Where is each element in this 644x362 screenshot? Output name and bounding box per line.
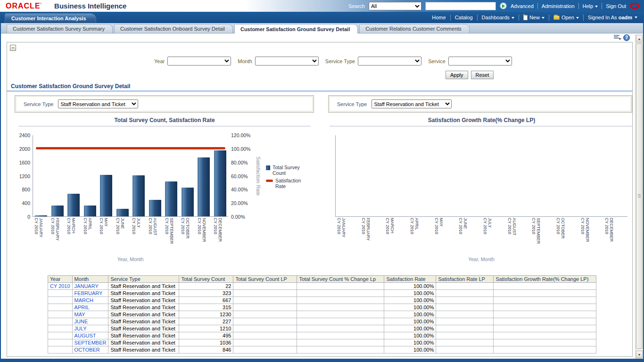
search-go-button[interactable] <box>500 2 507 9</box>
month-link[interactable]: MARCH <box>72 297 108 304</box>
service-type-filter-select[interactable] <box>358 57 421 66</box>
month-link[interactable]: SEPTEMBER <box>72 339 108 346</box>
dashboards-menu[interactable]: Dashboards <box>482 15 514 20</box>
year-link <box>48 346 73 354</box>
chevron-down-icon[interactable] <box>635 16 637 18</box>
page-options-icon[interactable] <box>614 35 620 40</box>
survey-count-bar[interactable] <box>51 206 64 216</box>
tab-customer-satisfaction-onboard-survey-detail[interactable]: Customer Satisfaction Onboard Survey Det… <box>114 24 233 33</box>
product-title: Business Intelligence <box>54 2 126 10</box>
scroll-down-arrow[interactable]: ▼ <box>636 351 643 358</box>
service-filter-select[interactable] <box>448 57 512 66</box>
tab-customer-satisfaction-survey-summary[interactable]: Customer Satisfaction Survey Summary <box>7 24 113 33</box>
survey-count-bar[interactable] <box>149 200 161 216</box>
go-arrow-icon <box>502 4 505 8</box>
column-header: Year <box>48 276 73 283</box>
survey-count-bar[interactable] <box>100 175 112 216</box>
vertical-scrollbar[interactable]: ▲ ▼ <box>635 34 643 359</box>
right-axis-title: Satisfaction Rate <box>255 135 262 217</box>
value-cell <box>494 297 596 304</box>
month-link[interactable]: JUNE <box>72 318 108 325</box>
administration-link[interactable]: Administration <box>542 3 575 9</box>
signout-link[interactable]: Sign Out <box>606 3 626 9</box>
service-type-select-left[interactable]: Staff Reservation and Ticket <box>58 99 138 108</box>
help-icon[interactable]: ? <box>623 34 630 41</box>
new-menu[interactable]: New <box>523 15 545 20</box>
help-menu[interactable]: Help <box>583 3 598 9</box>
chevron-down-icon <box>576 17 579 19</box>
month-link[interactable]: OCTOBER <box>72 346 108 354</box>
value-cell: 667 <box>179 297 233 304</box>
year-link[interactable]: CY 2010 <box>48 283 73 290</box>
survey-count-bar[interactable] <box>67 194 80 216</box>
value-cell <box>297 304 384 311</box>
separator <box>549 15 549 21</box>
column-header: Service Type <box>108 276 179 283</box>
month-link[interactable]: JULY <box>72 325 108 332</box>
advanced-link[interactable]: Advanced <box>511 3 534 9</box>
month-link[interactable]: MAY <box>72 311 108 318</box>
year-link <box>48 332 73 339</box>
x-axis-label: CY 2010AUGUST <box>147 218 163 255</box>
axis-tick: 800 <box>22 187 30 192</box>
month-link[interactable]: APRIL <box>72 304 108 311</box>
collapse-section-button[interactable]: − <box>10 45 16 51</box>
value-cell <box>494 283 596 290</box>
survey-count-bar[interactable] <box>198 157 210 216</box>
scroll-thumb[interactable] <box>636 43 643 349</box>
value-cell <box>436 325 494 332</box>
home-link[interactable]: Home <box>432 15 446 20</box>
year-link <box>48 304 73 311</box>
reset-button[interactable]: Reset <box>471 71 494 79</box>
value-cell <box>297 339 384 346</box>
survey-count-chart: Total Survey Count, Satisfaction Rate 04… <box>18 117 311 262</box>
value-cell <box>436 304 494 311</box>
prompt-actions: Apply Reset <box>446 71 494 79</box>
year-filter-select[interactable] <box>167 57 231 66</box>
separator <box>477 15 478 21</box>
table-row: OCTOBERStaff Reservation and Ticket84610… <box>48 346 596 354</box>
axis-tick: 1200 <box>19 173 30 179</box>
survey-count-bar[interactable] <box>165 181 177 216</box>
value-cell: 22 <box>179 283 233 290</box>
scroll-up-arrow[interactable]: ▲ <box>636 35 643 42</box>
month-link[interactable]: JANUARY <box>72 283 108 290</box>
chart-title-rule <box>330 126 633 127</box>
dashboard-tab[interactable]: Customer Interaction Analysis <box>5 13 96 23</box>
search-scope-select[interactable]: All <box>369 2 421 10</box>
value-cell: 1230 <box>179 311 233 318</box>
axis-tick: 80.00% <box>231 160 248 165</box>
value-cell: 846 <box>179 346 233 354</box>
tab-customer-satisfaction-ground-survey-detail[interactable]: Customer Satisfaction Ground Survey Deta… <box>234 24 358 33</box>
table-row: SEPTEMBERStaff Reservation and Ticket103… <box>48 339 596 346</box>
survey-count-bar[interactable] <box>84 206 96 216</box>
value-cell: 100.00% <box>384 318 436 325</box>
axis-tick: 60.00% <box>231 173 248 179</box>
survey-count-bar[interactable] <box>116 209 129 216</box>
satisfaction-rate-line[interactable] <box>36 147 225 149</box>
oracle-logo: ORACLE <box>6 2 42 10</box>
catalog-link[interactable]: Catalog <box>455 15 473 20</box>
x-axis-label: CY 2010SEPTEMBER <box>163 218 180 255</box>
service-type-select-right[interactable]: Staff Reservation and Ticket <box>372 99 452 108</box>
service-type-label: Service Type <box>24 101 53 107</box>
value-cell <box>233 283 297 290</box>
month-link[interactable]: FEBRUARY <box>72 290 108 297</box>
global-header: ORACLE Business Intelligence Search All … <box>0 0 644 12</box>
x-axis-label: CY 2010MAY <box>98 218 114 255</box>
apply-button[interactable]: Apply <box>446 71 468 79</box>
survey-count-bar[interactable] <box>214 150 226 216</box>
month-filter-select[interactable] <box>255 57 319 66</box>
window-frame: Customer Satisfaction Survey Summary Cus… <box>0 23 644 362</box>
survey-count-bar[interactable] <box>182 188 194 216</box>
x-axis-label: CY 2010FEBRUARY <box>360 218 384 255</box>
tab-customer-relations-customer-comments[interactable]: Customer Relations Customer Comments <box>359 24 470 33</box>
value-cell <box>436 318 494 325</box>
survey-count-bar[interactable] <box>35 215 47 216</box>
survey-count-bar[interactable] <box>132 175 145 216</box>
open-menu[interactable]: Open <box>553 15 579 20</box>
search-input[interactable] <box>425 2 496 10</box>
x-axis-title: Year, Month <box>33 256 228 262</box>
x-axis-label: CY 2010OCTOBER <box>179 218 196 255</box>
month-link[interactable]: AUGUST <box>72 332 108 339</box>
